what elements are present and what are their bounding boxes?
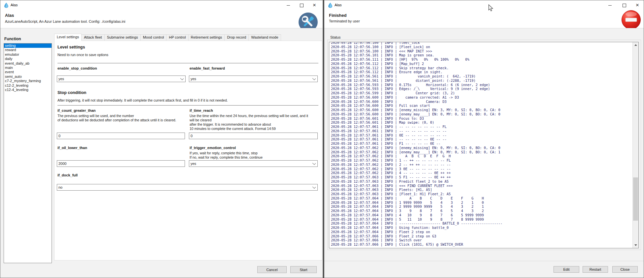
- chevron-down-icon: [312, 185, 316, 189]
- tab-content-pane: Level settings Need to run once to save …: [54, 41, 322, 261]
- mouse-cursor: [487, 4, 494, 12]
- scroll-up-button[interactable]: [633, 42, 638, 48]
- select-value: yes: [191, 77, 196, 81]
- select-value: yes: [191, 162, 196, 166]
- function-item-c7-2-mystery-farming[interactable]: c7-2_mystery_farming: [4, 79, 52, 83]
- function-item-c12-2-leveling[interactable]: c12-2_leveling: [4, 83, 52, 88]
- scrollbar-thumb[interactable]: [633, 177, 638, 221]
- function-item-event[interactable]: event: [4, 70, 52, 74]
- status-groupbox-label: Status: [329, 35, 342, 39]
- section-desc-stop-condition: After triggering, it will not stop immed…: [57, 98, 228, 102]
- close-button-footer[interactable]: Close: [612, 266, 638, 273]
- stop-sign-icon: [621, 10, 641, 30]
- function-item-semi-auto[interactable]: semi_auto: [4, 75, 52, 79]
- tab-submarine-settings[interactable]: Submarine settings: [105, 34, 141, 41]
- page-subtitle: AzurLaneAutoScript, An Azur Lane automat…: [5, 19, 125, 23]
- section-title-level-settings: Level settings: [57, 45, 85, 49]
- tab-strip: Level settingsAttack fleetSubmarine sett…: [54, 34, 281, 41]
- chevron-down-icon: [180, 77, 184, 80]
- field-desc-if-time-reach: Use the time within the next 24 hours, t…: [190, 114, 320, 131]
- maximize-button[interactable]: [619, 0, 629, 10]
- tab-mood-control[interactable]: Mood control: [141, 34, 167, 41]
- triangle-up-icon: [634, 44, 637, 46]
- select-value: yes: [58, 77, 64, 81]
- edit-button[interactable]: Edit: [554, 266, 579, 273]
- section-divider: [57, 63, 318, 63]
- triangle-down-icon: [634, 244, 637, 246]
- tab-wasteland-mode[interactable]: Wasteland mode: [249, 34, 281, 41]
- close-button[interactable]: ✕: [632, 0, 643, 10]
- page-title: Alas: [5, 13, 14, 18]
- function-listbox[interactable]: settingrewardemulatordailyevent_daily_ab…: [4, 43, 52, 263]
- function-item-setting[interactable]: setting: [4, 44, 52, 48]
- log-scrollbar[interactable]: [632, 42, 638, 248]
- field-label-if-dock-full: if_dock_full: [57, 173, 78, 177]
- footer-divider: [324, 261, 644, 261]
- maximize-button[interactable]: [296, 0, 307, 10]
- app-droplet-icon: [4, 3, 9, 8]
- left-titlebar: Alas ✕: [0, 0, 323, 10]
- field-label-if-trigger-emotion-control: if_trigger_emotion_control: [190, 146, 236, 150]
- right-titlebar: Alas ✕: [324, 0, 644, 10]
- section-desc-level-settings: Need to run once to save options: [57, 53, 108, 57]
- input-if-time-reach[interactable]: [189, 133, 318, 139]
- field-label-if-time-reach: if_time_reach: [190, 108, 213, 112]
- function-item-c12-4-leveling[interactable]: c12-4_leveling: [4, 88, 52, 92]
- tab-attack-fleet[interactable]: Attack fleet: [82, 34, 104, 41]
- function-item-emulator[interactable]: emulator: [4, 52, 52, 57]
- input-if-oil-lower-than[interactable]: [57, 160, 185, 167]
- status-title: Finished: [329, 13, 346, 18]
- log-text: 2020-05-28 12:07:56.100 | INFO | fleet_l…: [331, 42, 502, 247]
- field-desc-if-trigger-emotion-control: If yes, wait for reply, complete this ti…: [190, 151, 320, 160]
- section-divider: [57, 105, 318, 106]
- function-item-main[interactable]: main: [4, 66, 52, 70]
- minimize-button[interactable]: [605, 0, 615, 10]
- start-button[interactable]: Start: [290, 266, 317, 273]
- restart-button[interactable]: Restart: [583, 266, 608, 273]
- chevron-down-icon: [312, 162, 316, 165]
- select-enable-fast-forward[interactable]: yes: [189, 76, 318, 82]
- chevron-down-icon: [312, 77, 316, 80]
- tab-hp-control[interactable]: HP control: [166, 34, 188, 41]
- function-item-daily[interactable]: daily: [4, 57, 52, 61]
- function-panel-label: Function: [4, 37, 21, 41]
- cancel-button[interactable]: Cancel: [257, 266, 287, 273]
- maximize-icon: [623, 4, 626, 7]
- log-panel[interactable]: 2020-05-28 12:07:56.100 | INFO | fleet_l…: [329, 42, 639, 248]
- field-desc-if-count-greater-than: The previous setting will be used, and t…: [57, 114, 187, 122]
- window-title: Alas: [11, 3, 18, 7]
- minimize-button[interactable]: [283, 0, 294, 10]
- select-enable-stop-condition[interactable]: yes: [57, 76, 186, 82]
- field-label-enable-fast-forward: enable_fast_forward: [190, 66, 225, 70]
- select-if-trigger-emotion-control[interactable]: yes: [189, 160, 318, 167]
- window-title: Alas: [335, 3, 341, 7]
- status-subtitle: Terminated by user: [329, 19, 360, 23]
- minimize-icon: [287, 5, 290, 6]
- tab-level-settings[interactable]: Level settings: [54, 34, 82, 41]
- select-if-dock-full[interactable]: no: [57, 184, 318, 191]
- tab-retirement-settings[interactable]: Retirement settings: [189, 34, 225, 41]
- app-droplet-icon: [328, 3, 333, 8]
- scroll-down-button[interactable]: [633, 242, 638, 248]
- field-label-if-count-greater-than: if_count_greater_than: [57, 108, 96, 112]
- input-if-count-greater-than[interactable]: [57, 133, 185, 139]
- right-window: Alas ✕ Finished Terminated by user Statu…: [324, 0, 644, 278]
- select-value: no: [58, 185, 62, 189]
- maximize-icon: [300, 4, 304, 7]
- close-button[interactable]: ✕: [309, 0, 320, 10]
- section-title-stop-condition: Stop condition: [57, 90, 86, 95]
- left-window: Alas ✕ Alas AzurLaneAutoScript, An Azur …: [0, 0, 323, 278]
- field-label-if-oil-lower-than: if_oil_lower_than: [57, 146, 87, 150]
- function-item-reward[interactable]: reward: [4, 48, 52, 52]
- field-label-enable-stop-condition: enable_stop_condition: [57, 66, 97, 70]
- tab-drop-record[interactable]: Drop record: [225, 34, 249, 41]
- function-item-event-daily-ab[interactable]: event_daily_ab: [4, 61, 52, 66]
- minimize-icon: [608, 5, 612, 6]
